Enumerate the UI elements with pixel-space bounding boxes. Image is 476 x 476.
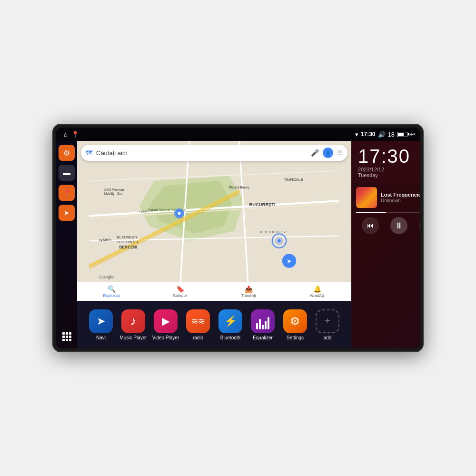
- clock-day: Tuesday: [358, 172, 378, 178]
- news-icon: 🔔: [313, 285, 321, 293]
- bluetooth-label: Bluetooth: [220, 335, 240, 340]
- svg-text:Pizza & Bakery: Pizza & Bakery: [229, 186, 250, 189]
- maps-status-icon[interactable]: 📍: [71, 131, 79, 138]
- volume-icon: 🔊: [378, 131, 386, 138]
- map-tab-saved[interactable]: 🔖 Salvate: [146, 285, 214, 298]
- explore-icon: 🔍: [108, 285, 116, 293]
- app-settings[interactable]: ⚙ Settings: [279, 309, 311, 340]
- app-radio[interactable]: ≋≋ radio: [182, 309, 214, 340]
- progress-bar[interactable]: [356, 212, 420, 213]
- music-artist: Unknown: [381, 198, 420, 203]
- explore-label: Explorați: [103, 293, 119, 298]
- app-navi[interactable]: ➤ Navi: [85, 309, 117, 340]
- battery-fill: [398, 133, 404, 136]
- sidebar-maps-button[interactable]: 📍: [59, 185, 75, 201]
- svg-text:oy Merlin: oy Merlin: [99, 238, 112, 242]
- center-area: Splaiul Unirii Parcul Natural Văcărești …: [77, 141, 351, 348]
- album-art-image: [356, 187, 377, 208]
- dot: [62, 339, 65, 341]
- equalizer-label: Equalizer: [253, 335, 273, 340]
- svg-text:BERCENI: BERCENI: [119, 245, 138, 249]
- sidebar-apps-button[interactable]: [59, 328, 75, 345]
- clock-date-value: 2023/12/12: [358, 167, 384, 172]
- app-music-player[interactable]: ♪ Music Player: [117, 309, 149, 340]
- video-player-icon: ▶: [154, 309, 178, 333]
- svg-text:JUDEȚUL ILFOV: JUDEȚUL ILFOV: [259, 230, 286, 234]
- search-settings-icon[interactable]: ☰: [337, 149, 343, 157]
- back-icon[interactable]: ↩: [410, 131, 415, 138]
- dot: [69, 339, 71, 341]
- map-search-bar[interactable]: 🗺 Căutați aici 🎤 👤 ☰: [81, 145, 347, 161]
- prev-button[interactable]: ⏮: [362, 217, 379, 234]
- map-tab-news[interactable]: 🔔 Noutăți: [283, 285, 351, 298]
- pause-button[interactable]: ⏸: [390, 217, 407, 234]
- send-icon: 📤: [245, 285, 253, 293]
- album-art: [356, 187, 377, 208]
- sidebar: ⚙ ▬ 📍 ➤: [56, 141, 77, 348]
- search-placeholder[interactable]: Căutați aici: [96, 149, 307, 157]
- user-avatar[interactable]: 👤: [323, 148, 333, 158]
- sidebar-navigate-button[interactable]: ➤: [59, 205, 75, 221]
- device-screen: ⌂ 📍 ▾ 17:30 🔊 18 ↩: [56, 128, 420, 348]
- dot: [66, 336, 68, 338]
- clock-date: 2023/12/12 Tuesday: [358, 167, 420, 178]
- music-controls: ⏮ ⏸ ⏭: [356, 217, 420, 234]
- music-text: Lost Frequencies_Janie... Unknown: [381, 192, 420, 203]
- bluetooth-icon: ⚡: [218, 309, 242, 333]
- microphone-icon[interactable]: 🎤: [311, 149, 319, 157]
- app-bluetooth[interactable]: ⚡ Bluetooth: [214, 309, 247, 340]
- map-svg: Splaiul Unirii Parcul Natural Văcărești …: [77, 141, 351, 301]
- music-player-label: Music Player: [119, 335, 147, 340]
- svg-point-28: [278, 239, 280, 242]
- navi-icon: ➤: [89, 309, 113, 333]
- status-time: 17:30: [361, 131, 376, 138]
- dot: [62, 332, 65, 335]
- sidebar-settings-button[interactable]: ⚙: [59, 145, 75, 161]
- sidebar-files-button[interactable]: ▬: [59, 165, 75, 181]
- status-bar: ⌂ 📍 ▾ 17:30 🔊 18 ↩: [56, 128, 420, 141]
- navi-label: Navi: [96, 335, 106, 340]
- svg-point-25: [178, 212, 180, 215]
- device: ⌂ 📍 ▾ 17:30 🔊 18 ↩: [52, 124, 424, 352]
- svg-text:AXIS Premium: AXIS Premium: [104, 188, 124, 191]
- dot: [69, 336, 71, 338]
- add-icon: +: [316, 309, 339, 333]
- radio-icon: ≋≋: [186, 309, 210, 333]
- music-title: Lost Frequencies_Janie...: [381, 192, 420, 198]
- svg-text:SECTORUL 4: SECTORUL 4: [117, 240, 139, 244]
- music-info: Lost Frequencies_Janie... Unknown: [356, 187, 420, 208]
- wifi-icon: ▾: [355, 131, 358, 138]
- svg-text:Mobility - Sud: Mobility - Sud: [104, 192, 123, 196]
- map-tab-send[interactable]: 📤 Trimiteți: [214, 285, 283, 298]
- main-content: ⚙ ▬ 📍 ➤: [56, 141, 420, 348]
- next-button[interactable]: ⏭: [419, 217, 420, 234]
- google-maps-icon: 🗺: [86, 149, 92, 157]
- svg-text:➤: ➤: [287, 258, 292, 265]
- app-video-player[interactable]: ▶ Video Player: [149, 309, 182, 340]
- dots-grid-icon: [62, 332, 71, 341]
- clock-widget: 17:30 2023/12/12 Tuesday: [351, 141, 420, 182]
- right-panel: 17:30 2023/12/12 Tuesday Lost Freq: [351, 141, 420, 348]
- settings-icon: ⚙: [283, 309, 307, 333]
- app-equalizer[interactable]: Equalizer: [247, 309, 279, 340]
- send-label: Trimiteți: [241, 293, 256, 298]
- radio-label: radio: [193, 335, 203, 340]
- dot: [62, 336, 65, 338]
- dot: [66, 332, 68, 335]
- dot: [69, 332, 71, 335]
- app-dock: ➤ Navi ♪ Music Player ▶ Video Player ≋≋ …: [77, 301, 351, 348]
- progress-fill: [356, 212, 386, 213]
- svg-text:BUCUREȘTI: BUCUREȘTI: [249, 202, 276, 207]
- music-player-icon: ♪: [121, 309, 145, 333]
- home-icon[interactable]: ⌂: [64, 131, 68, 138]
- equalizer-icon: [251, 309, 275, 333]
- map-container[interactable]: Splaiul Unirii Parcul Natural Văcărești …: [77, 141, 351, 301]
- video-player-label: Video Player: [152, 335, 179, 340]
- saved-icon: 🔖: [176, 285, 184, 293]
- app-add[interactable]: + add: [311, 309, 344, 340]
- svg-text:BUCUREȘTI: BUCUREȘTI: [117, 235, 137, 239]
- saved-label: Salvate: [173, 293, 187, 298]
- map-tab-explore[interactable]: 🔍 Explorați: [77, 285, 146, 298]
- svg-text:TRAPEZULUI: TRAPEZULUI: [284, 178, 303, 181]
- clock-time: 17:30: [358, 147, 420, 166]
